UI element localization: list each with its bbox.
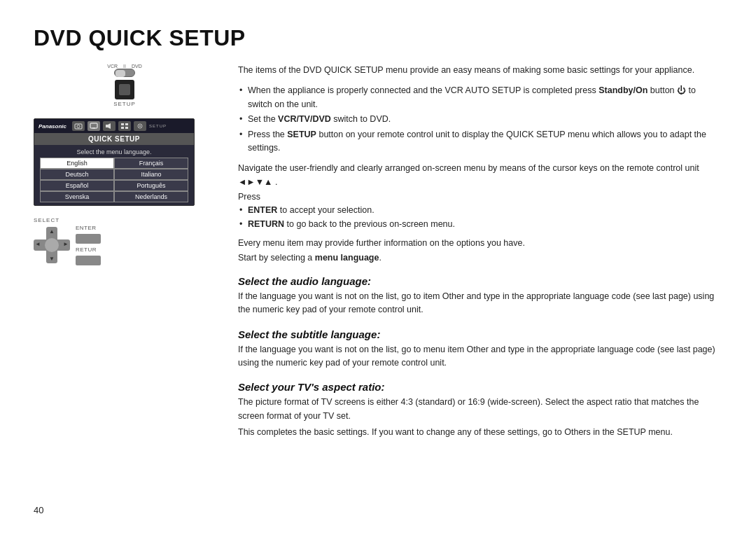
icon-grid bbox=[118, 121, 131, 131]
svg-rect-7 bbox=[121, 127, 124, 129]
main-layout: VCR II DVD SETUP bbox=[34, 64, 722, 510]
svg-rect-8 bbox=[125, 127, 128, 129]
page-number: 40 bbox=[34, 505, 43, 515]
svg-rect-0 bbox=[75, 124, 82, 129]
language-grid: English Français Deutsch Italiano Españo… bbox=[40, 158, 188, 202]
icon-tv bbox=[88, 121, 100, 131]
svg-point-1 bbox=[77, 125, 80, 128]
arrow-left: ◄ bbox=[35, 241, 41, 247]
intro-bullets: When the appliance is properly connected… bbox=[238, 84, 722, 156]
vcr-dvd-switch-area: VCR II DVD bbox=[107, 64, 141, 77]
svg-point-10 bbox=[139, 125, 141, 127]
remote-illustration: VCR II DVD SETUP bbox=[34, 64, 216, 111]
select-label: SELECT bbox=[34, 217, 216, 223]
svg-rect-4 bbox=[106, 125, 108, 127]
section-subtitle-body: If the language you want is not on the l… bbox=[238, 343, 722, 370]
remote-bottom: SELECT ▲ ▼ ◄ ► ENTER RETUR bbox=[34, 217, 216, 265]
setup-label: SETUP bbox=[113, 101, 136, 107]
lang-portugues: Português bbox=[114, 180, 188, 191]
enter-label: ENTER bbox=[76, 225, 101, 231]
screen-header: Panasonic bbox=[34, 119, 194, 133]
screen-icons-row bbox=[72, 121, 146, 131]
vcr-label: VCR bbox=[107, 64, 118, 69]
press-text: Press bbox=[238, 192, 722, 202]
svg-rect-6 bbox=[125, 123, 128, 125]
return-button-graphic bbox=[76, 256, 101, 265]
arrow-right: ► bbox=[63, 241, 69, 247]
panasonic-logo: Panasonic bbox=[38, 123, 66, 130]
setup-button-graphic bbox=[115, 80, 134, 99]
section-aspect-body1: The picture format of TV screens is eith… bbox=[238, 396, 722, 423]
bullet-vcr: Set the VCR/TV/DVD switch to DVD. bbox=[238, 113, 722, 126]
quick-setup-bar: QUICK SETUP bbox=[34, 133, 194, 145]
lang-svenska: Svenska bbox=[40, 191, 114, 202]
right-column: The items of the DVD QUICK SETUP menu pr… bbox=[238, 64, 722, 510]
section-subtitle-heading: Select the subtitle language: bbox=[238, 328, 722, 340]
lang-nederlands: Nederlands bbox=[114, 191, 188, 202]
menu-info-1: Every menu item may provide further info… bbox=[238, 237, 722, 250]
enter-button-graphic bbox=[76, 234, 101, 244]
setup-button-area: SETUP bbox=[113, 80, 136, 107]
enter-return-bullets: ENTER to accept your selection. RETURN t… bbox=[238, 203, 722, 231]
lang-deutsch: Deutsch bbox=[40, 169, 114, 180]
icon-camera bbox=[72, 121, 85, 131]
vcr-dvd-labels: VCR II DVD bbox=[107, 64, 141, 69]
lang-francais: Français bbox=[114, 158, 188, 169]
arrow-up: ▲ bbox=[49, 228, 55, 235]
return-bullet: RETURN to go back to the previous on-scr… bbox=[238, 217, 722, 231]
bullet-setup: Press the SETUP button on your remote co… bbox=[238, 128, 722, 155]
menu-info-2: Start by selecting a menu language. bbox=[238, 251, 722, 265]
lang-espanol: Español bbox=[40, 180, 114, 191]
enter-return-col: ENTER RETUR bbox=[76, 225, 101, 265]
left-column: VCR II DVD SETUP bbox=[34, 64, 216, 510]
arrow-down: ▼ bbox=[49, 256, 55, 262]
section-audio-body: If the language you want is not on the l… bbox=[238, 290, 722, 317]
nav-text: Navigate the user-friendly and clearly a… bbox=[238, 162, 722, 189]
dpad-center bbox=[45, 238, 59, 252]
screen-prompt: Select the menu language. bbox=[34, 145, 194, 158]
enter-bullet: ENTER to accept your selection. bbox=[238, 203, 722, 217]
section-aspect-body2: This completes the basic settings. If yo… bbox=[238, 426, 722, 439]
lang-italiano: Italiano bbox=[114, 169, 188, 180]
dpad: ▲ ▼ ◄ ► bbox=[34, 227, 70, 263]
bullet-standby: When the appliance is properly connected… bbox=[238, 84, 722, 111]
screen-panel: Panasonic bbox=[34, 118, 195, 206]
intro-paragraph: The items of the DVD QUICK SETUP menu pr… bbox=[238, 64, 722, 77]
lang-english: English bbox=[40, 158, 114, 169]
icon-speaker bbox=[103, 121, 115, 131]
icon-settings bbox=[134, 121, 146, 131]
section-audio-heading: Select the audio language: bbox=[238, 275, 722, 287]
dvd-label: DVD bbox=[132, 64, 142, 69]
page-title: DVD QUICK SETUP bbox=[34, 25, 722, 51]
svg-rect-5 bbox=[121, 123, 124, 125]
section-aspect-heading: Select your TV's aspect ratio: bbox=[238, 381, 722, 393]
page: DVD QUICK SETUP VCR II DVD bbox=[0, 0, 756, 535]
switch-body bbox=[114, 69, 135, 77]
svg-rect-2 bbox=[90, 123, 97, 128]
return-label: RETUR bbox=[76, 246, 101, 253]
dpad-enter-row: ▲ ▼ ◄ ► ENTER RETUR bbox=[34, 225, 216, 265]
screen-setup-text: SETUP bbox=[149, 124, 167, 128]
setup-btn-inner bbox=[119, 84, 130, 95]
switch-knob bbox=[115, 70, 125, 77]
